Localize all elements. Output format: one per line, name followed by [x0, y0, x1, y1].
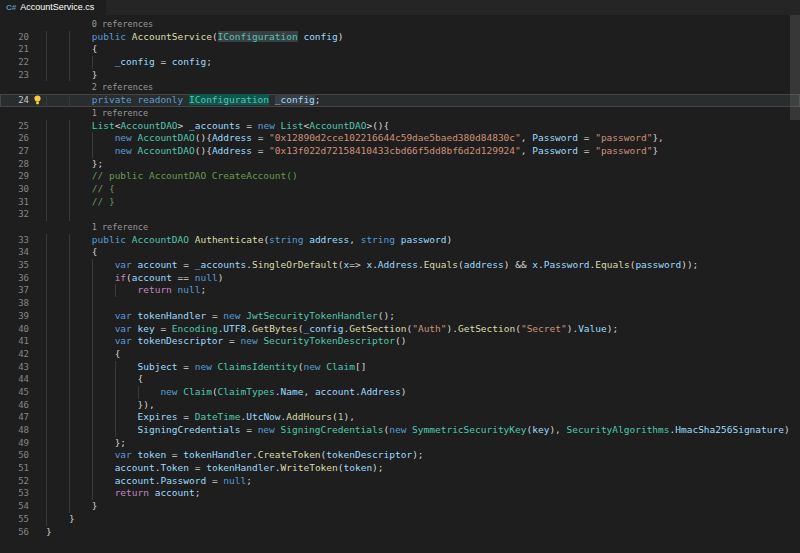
code-line[interactable]: var tokenHandler = new JwtSecurityTokenH…: [46, 310, 800, 323]
code-line[interactable]: return account;: [46, 487, 800, 500]
code-line[interactable]: public AccountDAO Authenticate(string ad…: [46, 234, 800, 247]
code-line[interactable]: _config = config;: [46, 56, 800, 69]
code-line[interactable]: }: [46, 500, 800, 513]
code-line[interactable]: Expires = DateTime.UtcNow.AddHours(1),: [46, 411, 800, 424]
code-token: =: [578, 145, 595, 156]
code-line[interactable]: [46, 297, 800, 310]
indent-guide: [69, 284, 92, 297]
line-number[interactable]: 37: [0, 284, 29, 297]
line-number[interactable]: 32: [0, 208, 29, 221]
line-number[interactable]: 34: [0, 246, 29, 259]
code-token: ;: [206, 56, 212, 67]
line-number[interactable]: 55: [0, 513, 29, 526]
code-line[interactable]: Subject = new ClaimsIdentity(new Claim[]: [46, 361, 800, 374]
indent-guide: [46, 132, 69, 145]
line-number[interactable]: 25: [0, 120, 29, 133]
code-token: Encoding: [172, 323, 218, 334]
tab-accountservice-cs[interactable]: C# AccountService.cs: [0, 0, 107, 15]
code-line[interactable]: public AccountService(IConfiguration con…: [46, 31, 800, 44]
line-number[interactable]: 33: [0, 234, 29, 247]
line-number[interactable]: 28: [0, 158, 29, 171]
line-number[interactable]: 27: [0, 145, 29, 158]
code-line[interactable]: }: [46, 513, 800, 526]
codelens-link[interactable]: 2 references: [92, 82, 153, 92]
code-line[interactable]: }: [46, 69, 800, 82]
code-line[interactable]: // {: [46, 183, 800, 196]
code-line[interactable]: new AccountDAO(){Address = "0x12890d2cce…: [46, 132, 800, 145]
codelens[interactable]: 1 reference: [46, 221, 800, 234]
code-line-row: 52account.Password = null;: [0, 475, 800, 488]
line-number[interactable]: 23: [0, 69, 29, 82]
line-number[interactable]: 24: [0, 94, 29, 107]
line-number[interactable]: 40: [0, 323, 29, 336]
line-number[interactable]: 45: [0, 386, 29, 399]
code-line[interactable]: account.Token = tokenHandler.WriteToken(…: [46, 462, 800, 475]
line-number[interactable]: 29: [0, 170, 29, 183]
code-line[interactable]: new AccountDAO(){Address = "0x13f022d721…: [46, 145, 800, 158]
line-number[interactable]: 20: [0, 31, 29, 44]
code-line[interactable]: {: [46, 348, 800, 361]
codelens-link[interactable]: 0 references: [92, 19, 153, 29]
code-line[interactable]: new Claim(ClaimTypes.Name, account.Addre…: [46, 386, 800, 399]
indent-guide: [69, 43, 92, 56]
line-number[interactable]: 50: [0, 449, 29, 462]
code-line[interactable]: }),: [46, 399, 800, 412]
indent-guide: [92, 348, 115, 361]
code-line[interactable]: {: [46, 246, 800, 259]
line-number[interactable]: 21: [0, 43, 29, 56]
code-token: var: [115, 259, 132, 270]
codelens-link[interactable]: 1 reference: [92, 222, 148, 232]
line-number[interactable]: 47: [0, 411, 29, 424]
line-number[interactable]: 48: [0, 424, 29, 437]
code-line[interactable]: {: [46, 43, 800, 56]
code-line[interactable]: private readonly IConfiguration _config;: [46, 94, 800, 107]
code-line[interactable]: };: [46, 437, 800, 450]
line-number[interactable]: 39: [0, 310, 29, 323]
code-line[interactable]: [46, 208, 800, 221]
line-number[interactable]: 38: [0, 297, 29, 310]
codelens[interactable]: 0 references: [46, 18, 800, 31]
codelens[interactable]: 1 reference: [46, 107, 800, 120]
codelens[interactable]: 2 references: [46, 81, 800, 94]
glyph-margin: [29, 526, 46, 539]
editor-scrollbar[interactable]: [790, 15, 800, 120]
line-number[interactable]: 26: [0, 132, 29, 145]
line-number[interactable]: 51: [0, 462, 29, 475]
line-number[interactable]: 36: [0, 272, 29, 285]
code-line[interactable]: {: [46, 373, 800, 386]
line-number[interactable]: 52: [0, 475, 29, 488]
code-line[interactable]: List<AccountDAO> _accounts = new List<Ac…: [46, 120, 800, 133]
code-line-row: 24private readonly IConfiguration _confi…: [0, 94, 800, 107]
codelens-link[interactable]: 1 reference: [92, 108, 148, 118]
code-line[interactable]: return null;: [46, 284, 800, 297]
code-line[interactable]: // }: [46, 196, 800, 209]
line-number[interactable]: 44: [0, 373, 29, 386]
line-number[interactable]: 30: [0, 183, 29, 196]
line-number[interactable]: 46: [0, 399, 29, 412]
code-line[interactable]: };: [46, 158, 800, 171]
line-number[interactable]: 42: [0, 348, 29, 361]
line-number[interactable]: 53: [0, 487, 29, 500]
code-line[interactable]: var account = _accounts.SingleOrDefault(…: [46, 259, 800, 272]
code-editor[interactable]: 0 references20public AccountService(ICon…: [0, 15, 800, 538]
codelens-row: 1 reference: [0, 107, 800, 120]
line-number[interactable]: 35: [0, 259, 29, 272]
code-token: {: [92, 246, 98, 257]
indent-guide: [69, 399, 92, 412]
line-number[interactable]: 43: [0, 361, 29, 374]
code-line[interactable]: account.Password = null;: [46, 475, 800, 488]
line-number[interactable]: 31: [0, 196, 29, 209]
code-line[interactable]: var tokenDescriptor = new SecurityTokenD…: [46, 335, 800, 348]
indent-guide: [92, 361, 115, 374]
line-number[interactable]: 49: [0, 437, 29, 450]
line-number[interactable]: 41: [0, 335, 29, 348]
code-line[interactable]: SigningCredentials = new SigningCredenti…: [46, 424, 800, 437]
line-number[interactable]: 56: [0, 526, 29, 539]
code-line[interactable]: }: [46, 526, 800, 539]
code-line[interactable]: var key = Encoding.UTF8.GetBytes(_config…: [46, 323, 800, 336]
line-number[interactable]: 54: [0, 500, 29, 513]
code-line[interactable]: var token = tokenHandler.CreateToken(tok…: [46, 449, 800, 462]
code-line[interactable]: // public AccountDAO CreateAccount(): [46, 170, 800, 183]
line-number[interactable]: 22: [0, 56, 29, 69]
code-line[interactable]: if(account == null): [46, 272, 800, 285]
